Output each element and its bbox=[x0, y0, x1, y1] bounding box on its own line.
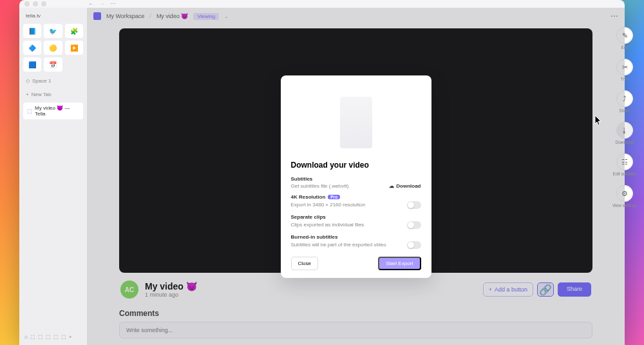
minimize-traffic-icon[interactable] bbox=[33, 1, 38, 6]
pinned-tile[interactable]: 🟡 bbox=[44, 41, 62, 55]
browser-window: ← → ⋯ tella.tv 📘 🐦 🧩 🔷 🟡 ▶️ 🟦 📅 ◇ Space … bbox=[19, 0, 625, 345]
modal-hero bbox=[291, 84, 421, 161]
modal-title: Download your video bbox=[291, 161, 421, 170]
tab-item[interactable]: ⬚ My video 😈 — Tella bbox=[23, 103, 83, 119]
modal-footer: Close Start Export bbox=[291, 257, 421, 270]
download-subtitles-button[interactable]: ☁ Download bbox=[389, 183, 421, 189]
option-4k: 4K Resolution Pro Export in 3480 × 2160 … bbox=[291, 194, 421, 209]
pinned-grid: 📘 🐦 🧩 🔷 🟡 ▶️ 🟦 📅 bbox=[22, 21, 84, 74]
window-controls: ← → ⋯ bbox=[19, 0, 625, 8]
pinned-tile[interactable]: 🧩 bbox=[65, 24, 83, 38]
close-traffic-icon[interactable] bbox=[24, 1, 30, 6]
download-label: Download bbox=[396, 183, 421, 189]
toggle-clips[interactable] bbox=[407, 221, 421, 229]
close-button[interactable]: Close bbox=[291, 257, 318, 270]
option-separate-clips: Separate clips Clips exported as individ… bbox=[291, 214, 421, 229]
space-selector[interactable]: ◇ Space 1 bbox=[22, 74, 84, 88]
pinned-tile[interactable]: 📘 bbox=[23, 24, 41, 38]
option-label: Burned-in subtitles bbox=[291, 234, 421, 240]
modal-overlay[interactable]: Download your video Subtitles Get subtit… bbox=[87, 8, 625, 345]
option-label: 4K Resolution bbox=[291, 194, 326, 200]
pro-badge: Pro bbox=[328, 195, 340, 199]
zoom-traffic-icon[interactable] bbox=[41, 1, 46, 6]
dock-icon[interactable]: ⬚ bbox=[53, 334, 59, 340]
option-label: Separate clips bbox=[291, 214, 421, 220]
address-bar[interactable]: tella.tv bbox=[22, 10, 84, 21]
space-label: Space 1 bbox=[32, 78, 51, 84]
dock-icon[interactable]: ⬚ bbox=[38, 334, 43, 340]
dock-icon[interactable]: ⬚ bbox=[46, 334, 51, 340]
plus-icon: + bbox=[26, 92, 29, 97]
pinned-tile[interactable]: 📅 bbox=[44, 57, 62, 72]
pinned-tile[interactable]: 🟦 bbox=[23, 57, 41, 72]
dock-icon[interactable]: ⬚ bbox=[61, 334, 66, 340]
pinned-tile[interactable]: 🐦 bbox=[44, 24, 62, 38]
toggle-4k[interactable] bbox=[407, 201, 421, 209]
dock-icon[interactable]: ⬚ bbox=[30, 334, 35, 340]
tab-title: My video 😈 — Tella bbox=[35, 105, 79, 117]
tab-favicon-icon: ⬚ bbox=[27, 108, 32, 114]
hero-graphic bbox=[340, 97, 372, 148]
option-subtitles: Subtitles Get subtitles file (.webvtt) ☁… bbox=[291, 176, 421, 189]
dock-add-icon[interactable]: + bbox=[69, 334, 72, 340]
new-tab-button[interactable]: + New Tab bbox=[22, 88, 84, 101]
pinned-tile[interactable]: ▶️ bbox=[65, 41, 83, 55]
option-burned-subs: Burned-in subtitles Subtitles will be pa… bbox=[291, 234, 421, 249]
pinned-tile[interactable]: 🔷 bbox=[23, 41, 41, 55]
option-desc: Get subtitles file (.webvtt) bbox=[291, 183, 349, 189]
nav-bar: ← → ⋯ bbox=[50, 0, 155, 8]
forward-icon[interactable]: → bbox=[99, 1, 105, 7]
page-content: My Workspace / My video 😈 Viewing ⌄ ⋯ AC… bbox=[87, 8, 625, 345]
option-desc: Export in 3480 × 2160 resolution bbox=[291, 202, 365, 208]
option-label: Subtitles bbox=[291, 176, 421, 182]
cloud-download-icon: ☁ bbox=[389, 183, 394, 189]
toggle-burn[interactable] bbox=[407, 241, 421, 249]
dock-icon[interactable]: ⌂ bbox=[24, 334, 28, 340]
option-desc: Clips exported as individual files bbox=[291, 222, 365, 228]
bottom-dock: ⌂ ⬚ ⬚ ⬚ ⬚ ⬚ + bbox=[22, 331, 84, 342]
space-icon: ◇ bbox=[26, 78, 30, 84]
option-desc: Subtitles will be part of the exported v… bbox=[291, 242, 386, 248]
back-icon[interactable]: ← bbox=[88, 1, 94, 7]
browser-sidebar: tella.tv 📘 🐦 🧩 🔷 🟡 ▶️ 🟦 📅 ◇ Space 1 + Ne… bbox=[19, 8, 87, 345]
new-tab-label: New Tab bbox=[32, 92, 52, 97]
start-export-button[interactable]: Start Export bbox=[378, 257, 421, 270]
more-icon[interactable]: ⋯ bbox=[110, 1, 116, 7]
download-modal: Download your video Subtitles Get subtit… bbox=[281, 75, 431, 278]
